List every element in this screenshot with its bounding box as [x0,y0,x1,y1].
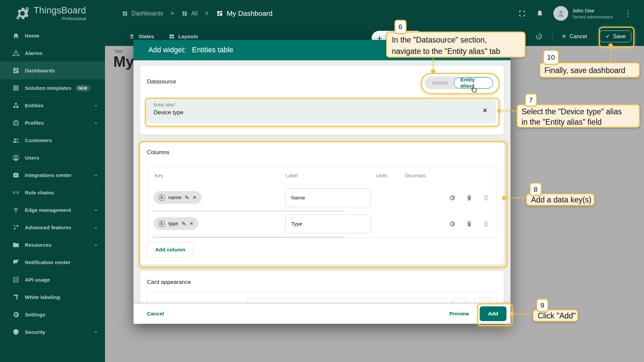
card-appearance-mini-control[interactable] [474,298,491,303]
drag-handle-icon[interactable] [482,220,490,228]
label-input[interactable]: Type [285,215,371,233]
chevron-down-icon [94,173,98,178]
sidebar-item-users[interactable]: Users [0,149,105,166]
label-input[interactable]: Name [285,188,371,207]
breadcrumb: Dashboards > All > My Dashboard [122,9,272,17]
sidebar-item-api-usage[interactable]: API usage [0,271,105,288]
app-logo[interactable]: ThingsBoard Professional [0,0,105,27]
columns-table: Key Label Units Decimals E name ✎ ✕ [148,166,496,238]
sidebar-item-settings[interactable]: Settings [0,306,105,323]
tab-device[interactable]: Device [425,80,454,86]
layouts-button[interactable]: Layouts [168,33,198,40]
security-shield-icon [12,328,20,336]
entity-alias-field-value: Device type [154,109,183,116]
topbar-right: John Doe Tenant administrator ⋮ [518,0,632,27]
avatar [553,6,568,21]
home-icon [12,32,20,40]
dialog-cancel-button[interactable]: Cancel [147,311,164,317]
dashboard-group-icon [181,10,188,17]
customers-icon [12,136,20,144]
edit-pencil-icon[interactable]: ✎ [185,194,189,201]
column-header-units: Units [376,166,387,185]
sidebar-item-alarms[interactable]: Alarms [0,44,105,62]
history-icon[interactable] [534,32,543,41]
sidebar-item-resources[interactable]: Resources [0,236,105,253]
more-options-kebab-icon[interactable]: ⋮ [624,9,632,17]
drag-handle-icon[interactable] [482,194,490,201]
sidebar-item-advanced-features[interactable]: Advanced features [0,219,105,236]
sidebar-item-solution-templates[interactable]: Solution templates NEW [0,79,105,97]
sidebar-item-rule-chains[interactable]: Rule chains [0,184,105,201]
check-icon: ✓ [605,33,610,40]
toolbar-divider [552,31,552,42]
data-key-chip[interactable]: E type ✎ ✕ [154,217,198,230]
breadcrumb-label: Dashboards [131,10,163,17]
remove-key-icon[interactable]: ✕ [190,221,194,226]
sidebar-item-home[interactable]: Home [0,27,105,44]
sidebar-item-integrations-center[interactable]: Integrations center [0,166,105,184]
breadcrumb-dashboards[interactable]: Dashboards [122,10,163,17]
card-appearance-mini-control[interactable] [454,298,467,303]
user-menu[interactable]: John Doe Tenant administrator [553,6,613,21]
sidebar-item-label: Integrations center [25,172,72,178]
breadcrumb-my-dashboard[interactable]: My Dashboard [216,9,273,17]
tab-entity-alias[interactable]: Entity alias [454,77,493,88]
topbar: Dashboards > All > My Dashboard John Doe [105,0,644,27]
key-settings-gear-icon[interactable] [448,194,456,201]
chevron-down-icon [94,103,98,108]
sidebar-item-profiles[interactable]: Profiles [0,114,105,131]
sidebar-item-security[interactable]: Security [0,323,105,341]
sidebar-item-customers[interactable]: Customers [0,131,105,149]
delete-trash-icon[interactable] [466,220,473,228]
breadcrumb-all[interactable]: All [181,10,198,17]
sidebar-item-notification-center[interactable]: Notification center [0,253,105,271]
entity-field-icon: E [159,221,165,227]
columns-heading: Columns [147,149,169,156]
fullscreen-icon[interactable] [518,9,526,18]
breadcrumb-label: All [191,10,198,17]
save-dashboard-button[interactable]: ✓ Save [600,31,631,42]
sidebar-item-entities[interactable]: Entities [0,97,105,114]
person-icon [556,8,566,18]
sidebar-item-label: API usage [25,277,50,283]
sidebar-item-label: Rule chains [25,190,54,196]
table-row: E type ✎ ✕ Type [148,211,496,237]
delete-trash-icon[interactable] [466,194,473,201]
notifications-bell-icon[interactable] [536,9,544,18]
states-button[interactable]: States [128,33,154,40]
card-appearance-heading: Card appearance [147,279,191,286]
data-key-chip[interactable]: E name ✎ ✕ [154,191,202,204]
preview-button[interactable]: Preview [449,311,469,317]
cancel-edit-button[interactable]: ✕ Cancel [562,33,587,40]
entity-alias-field-label: Entity alias* [154,103,175,107]
solution-templates-icon [12,84,20,92]
clear-alias-icon[interactable]: ✕ [482,107,488,114]
key-settings-gear-icon[interactable] [448,220,456,228]
column-header-key: Key [155,166,163,185]
add-column-button[interactable]: Add column [147,242,194,257]
sidebar-item-label: Notification center [25,259,70,265]
save-label: Save [613,33,626,40]
sidebar-item-white-labeling[interactable]: White labeling [0,288,105,306]
chevron-down-icon [94,243,98,247]
profiles-icon [12,119,20,127]
remove-key-icon[interactable]: ✕ [193,195,197,200]
sidebar: ThingsBoard Professional Home Alarms Das… [0,0,105,362]
sidebar-item-dashboards[interactable]: Dashboards [0,62,105,79]
entity-alias-field[interactable]: Entity alias* Device type ✕ [147,99,496,123]
column-header-decimals: Decimals [405,166,426,185]
sidebar-item-label: Edge management [25,207,71,213]
sidebar-item-edge-management[interactable]: Edge management [0,201,105,219]
sidebar-item-label: Resources [25,242,51,248]
thingsboard-app: ThingsBoard Professional Home Alarms Das… [0,0,644,362]
sidebar-item-label: Home [25,33,39,39]
callout-step-6: 6 In the "Datasource" section, navigate … [386,32,526,58]
dialog-title: Add widget: [148,46,186,54]
add-widget-confirm-button[interactable]: Add [480,306,506,321]
card-appearance-input[interactable] [247,298,451,303]
edit-pencil-icon[interactable]: ✎ [181,221,186,227]
dialog-widget-type: Entities table [192,46,233,54]
sidebar-item-label: Profiles [25,120,44,126]
callout-step-9: 9 Click "Add" [533,309,578,322]
callout-number-badge: 8 [530,183,542,196]
